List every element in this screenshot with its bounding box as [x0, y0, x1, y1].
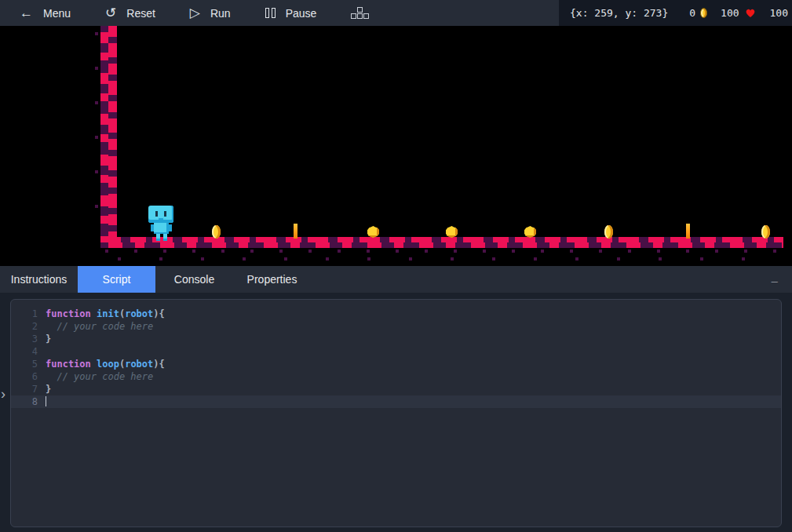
blocks-icon [357, 7, 363, 13]
code-text: function init(robot){ [46, 308, 165, 320]
coin-counter: 0 [689, 7, 707, 19]
energy-value: 100 [770, 7, 788, 19]
health-value: 100 [721, 7, 739, 19]
script-panel: › 1function init(robot){2 // your code h… [0, 293, 792, 532]
bar [686, 224, 690, 239]
line-number: 5 [11, 358, 38, 370]
robot-arm [169, 224, 172, 231]
minimize-panel-button[interactable]: _ [772, 269, 778, 282]
reset-icon: ↺ [105, 6, 116, 20]
code-lines: 1function init(robot){2 // your code her… [11, 308, 781, 408]
code-text: // your code here [46, 320, 153, 333]
toolbar: ← Menu ↺ Reset ▷ Run Pause {x: 259, y: 2… [0, 0, 792, 26]
tab-console[interactable]: Console [155, 266, 233, 293]
tab-properties[interactable]: Properties [233, 266, 311, 293]
coin-side [761, 225, 770, 239]
app-window: ← Menu ↺ Reset ▷ Run Pause {x: 259, y: 2… [0, 0, 792, 532]
panel-tabbar: Instructions Script Console Properties _ [0, 266, 792, 293]
menu-button[interactable]: ← Menu [20, 6, 71, 20]
code-text: function loop(robot){ [46, 358, 165, 370]
line-number: 1 [11, 308, 38, 320]
pause-icon [265, 8, 276, 18]
back-arrow-icon: ← [20, 6, 33, 20]
toolbar-actions: ← Menu ↺ Reset ▷ Run Pause [0, 0, 559, 26]
robot-body [154, 223, 169, 234]
robot-arm [151, 224, 154, 231]
code-text [46, 395, 46, 408]
line-number: 8 [11, 395, 38, 408]
code-line[interactable]: 7} [11, 383, 781, 395]
health-counter: 100 [721, 7, 756, 19]
line-number: 2 [11, 320, 38, 333]
code-line[interactable]: 1function init(robot){ [11, 308, 781, 320]
menu-label: Menu [43, 7, 71, 20]
coin-side [212, 225, 221, 239]
pause-label: Pause [286, 7, 317, 20]
code-line[interactable]: 3} [11, 333, 781, 345]
coin-star [446, 226, 458, 238]
code-text: // your code here [46, 370, 153, 383]
line-number: 3 [11, 333, 38, 345]
code-line[interactable]: 6 // your code here [11, 370, 781, 383]
status-bar: {x: 259, y: 273} 0 100 100 + [559, 0, 792, 26]
energy-counter: 100 + [770, 7, 792, 19]
bar [294, 224, 297, 239]
code-line[interactable]: 2 // your code here [11, 320, 781, 333]
wall-h [100, 237, 783, 248]
robot-mouth [159, 218, 163, 220]
line-number: 6 [11, 370, 38, 383]
coin-star [367, 226, 379, 238]
line-number: 4 [11, 345, 38, 358]
text-cursor [46, 396, 46, 406]
collapse-chevron-icon[interactable]: › [1, 387, 5, 401]
structure-button[interactable] [351, 7, 369, 19]
reset-label: Reset [126, 7, 155, 20]
run-label: Run [210, 7, 231, 20]
cursor-coordinates: {x: 259, y: 273} [570, 7, 668, 19]
code-editor[interactable]: 1function init(robot){2 // your code her… [10, 299, 782, 528]
robot-eye [164, 211, 166, 217]
code-line[interactable]: 4 [11, 345, 781, 358]
heart-icon [744, 7, 757, 19]
tab-instructions[interactable]: Instructions [0, 266, 78, 293]
run-button[interactable]: ▷ Run [190, 6, 231, 20]
robot-leg [163, 234, 167, 241]
game-viewport[interactable] [0, 26, 792, 266]
reset-button[interactable]: ↺ Reset [105, 6, 155, 20]
play-icon: ▷ [190, 6, 200, 20]
coin-count: 0 [689, 7, 695, 19]
code-text: } [46, 383, 51, 395]
coin-star [524, 226, 536, 238]
tab-script[interactable]: Script [78, 266, 155, 293]
robot-head [148, 206, 173, 223]
robot-leg [156, 234, 160, 241]
line-number: 7 [11, 383, 38, 395]
robot-eye [155, 211, 158, 217]
robot-character [148, 206, 174, 241]
pause-button[interactable]: Pause [265, 7, 317, 20]
code-line[interactable]: 8 [11, 395, 781, 408]
code-line[interactable]: 5function loop(robot){ [11, 358, 781, 370]
code-text: } [46, 333, 51, 345]
coin-side [604, 225, 613, 239]
coin-icon [700, 8, 707, 18]
wall-v [100, 26, 117, 239]
